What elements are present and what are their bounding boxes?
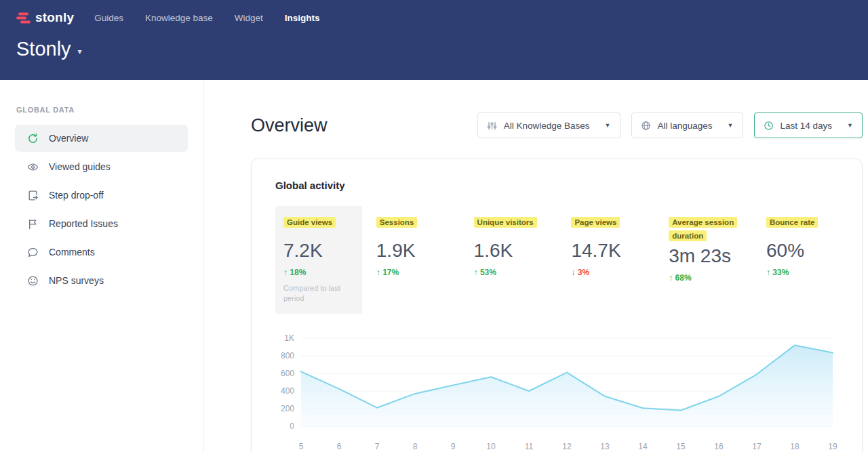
svg-text:14: 14 — [638, 442, 648, 451]
svg-text:18: 18 — [790, 442, 800, 451]
languages-filter[interactable]: All languages ▼ — [631, 112, 743, 138]
sidebar-item-comments[interactable]: Comments — [15, 239, 188, 266]
sidebar-item-label: Viewed guides — [49, 161, 111, 172]
svg-text:16: 16 — [714, 442, 724, 451]
metric-change-value: 3% — [578, 268, 589, 277]
metric-unique-visitors[interactable]: Unique visitors 1.6K ↑ 53% — [466, 206, 557, 314]
sidebar-item-viewed-guides[interactable]: Viewed guides — [15, 153, 188, 180]
workspace-selector[interactable]: Stonly ▾ — [16, 38, 82, 60]
svg-text:19: 19 — [828, 442, 837, 451]
metric-guide-views[interactable]: Guide views 7.2K ↑ 18% Compared to last … — [275, 206, 362, 314]
metrics-row: Guide views 7.2K ↑ 18% Compared to last … — [275, 206, 838, 314]
metric-label: Unique visitors — [474, 217, 537, 228]
workspace-name: Stonly — [16, 38, 71, 60]
nav-item-knowledge-base[interactable]: Knowledge base — [145, 13, 213, 23]
activity-chart-svg: 02004006008001K5678910111213141516171819 — [275, 331, 838, 452]
metric-value: 3m 23s — [669, 245, 744, 267]
trend-arrow-icon: ↑ — [669, 273, 673, 283]
metric-change: ↑ 53% — [474, 268, 549, 277]
sidebar-item-label: Step drop-off — [49, 190, 104, 201]
nav-items: Guides Knowledge base Widget Insights — [94, 13, 319, 23]
chevron-down-icon: ▼ — [605, 122, 611, 129]
trend-arrow-icon: ↑ — [376, 268, 380, 277]
sidebar-item-nps-surveys[interactable]: NPS surveys — [15, 267, 188, 294]
sidebar-item-overview[interactable]: Overview — [15, 125, 188, 152]
svg-text:17: 17 — [752, 442, 762, 451]
metric-change: ↑ 18% — [283, 268, 354, 277]
svg-text:12: 12 — [562, 442, 572, 451]
trend-arrow-icon: ↑ — [283, 268, 288, 277]
svg-text:13: 13 — [600, 442, 610, 451]
sidebar-item-reported-issues[interactable]: Reported Issues — [15, 210, 188, 237]
sidebar-item-step-drop-off[interactable]: Step drop-off — [15, 182, 188, 209]
metric-avg-session-duration[interactable]: Average session duration 3m 23s ↑ 68% — [660, 206, 752, 314]
knowledge-bases-filter[interactable]: All Knowledge Bases ▼ — [477, 112, 620, 138]
metric-label: Sessions — [376, 217, 418, 228]
chevron-down-icon: ▼ — [847, 122, 853, 129]
sidebar-item-label: Comments — [49, 247, 95, 258]
nav-item-widget[interactable]: Widget — [235, 13, 263, 23]
top-header: stonly Guides Knowledge base Widget Insi… — [0, 0, 868, 80]
trend-arrow-icon: ↓ — [571, 268, 575, 277]
knowledge-bases-filter-value: All Knowledge Bases — [504, 121, 590, 131]
top-nav: stonly Guides Knowledge base Widget Insi… — [16, 8, 852, 27]
svg-text:10: 10 — [486, 442, 496, 451]
svg-text:400: 400 — [281, 386, 294, 396]
page-exit-icon — [27, 190, 39, 201]
metric-change: ↑ 68% — [669, 273, 744, 283]
flag-icon — [27, 218, 39, 230]
sliders-icon — [487, 121, 497, 131]
metric-change-value: 53% — [480, 268, 496, 277]
metric-bounce-rate[interactable]: Bounce rate 60% ↑ 33% — [758, 206, 838, 314]
svg-text:0: 0 — [290, 422, 294, 431]
sidebar-item-label: Reported Issues — [49, 218, 118, 229]
metric-change-value: 17% — [382, 268, 399, 277]
comment-bubble-icon — [27, 247, 39, 258]
metric-note: Compared to last period — [283, 283, 351, 304]
smiley-icon — [27, 275, 39, 287]
global-activity-card: Global activity Guide views 7.2K ↑ 18% C… — [251, 159, 863, 452]
trend-arrow-icon: ↑ — [474, 268, 478, 277]
metric-change-value: 33% — [772, 268, 789, 277]
metric-change: ↑ 17% — [376, 268, 452, 277]
svg-text:7: 7 — [375, 442, 380, 451]
metric-change: ↑ 33% — [766, 268, 830, 277]
metric-value: 7.2K — [283, 240, 354, 262]
eye-icon — [27, 161, 39, 173]
metric-value: 14.7K — [571, 240, 646, 262]
sidebar-section-label: GLOBAL DATA — [16, 106, 203, 114]
metric-page-views[interactable]: Page views 14.7K ↓ 3% — [563, 206, 654, 314]
clock-icon — [764, 121, 774, 131]
metric-label: Page views — [571, 217, 620, 228]
sidebar: GLOBAL DATA Overview Viewed guides Step … — [0, 80, 203, 452]
svg-text:9: 9 — [451, 442, 456, 451]
svg-text:11: 11 — [525, 442, 534, 451]
svg-text:600: 600 — [281, 369, 294, 378]
main-content: Overview All Knowledge Bases ▼ — [203, 80, 868, 452]
metric-value: 1.9K — [376, 240, 452, 262]
filters: All Knowledge Bases ▼ All languages ▼ — [477, 112, 863, 138]
metric-change-value: 68% — [675, 273, 692, 283]
chevron-down-icon: ▾ — [78, 47, 82, 56]
metric-value: 1.6K — [474, 240, 549, 262]
svg-text:15: 15 — [676, 442, 686, 451]
refresh-circle-icon — [27, 133, 39, 144]
sidebar-item-label: Overview — [49, 133, 88, 144]
nav-item-insights[interactable]: Insights — [285, 13, 320, 23]
date-range-filter[interactable]: Last 14 days ▼ — [754, 112, 863, 138]
metric-label: Average session duration — [669, 217, 737, 241]
languages-filter-value: All languages — [658, 121, 713, 131]
metric-value: 60% — [766, 240, 830, 262]
sidebar-item-label: NPS surveys — [49, 275, 104, 286]
metric-sessions[interactable]: Sessions 1.9K ↑ 17% — [368, 206, 460, 314]
stonly-logo[interactable]: stonly — [16, 10, 74, 25]
logo-text: stonly — [35, 10, 74, 25]
metric-label: Guide views — [283, 217, 336, 228]
svg-text:5: 5 — [299, 442, 304, 451]
stonly-logo-icon — [16, 12, 31, 24]
chevron-down-icon: ▼ — [728, 122, 734, 129]
date-range-filter-value: Last 14 days — [781, 121, 833, 131]
svg-text:800: 800 — [281, 351, 294, 361]
svg-text:8: 8 — [413, 442, 418, 451]
nav-item-guides[interactable]: Guides — [94, 13, 123, 23]
